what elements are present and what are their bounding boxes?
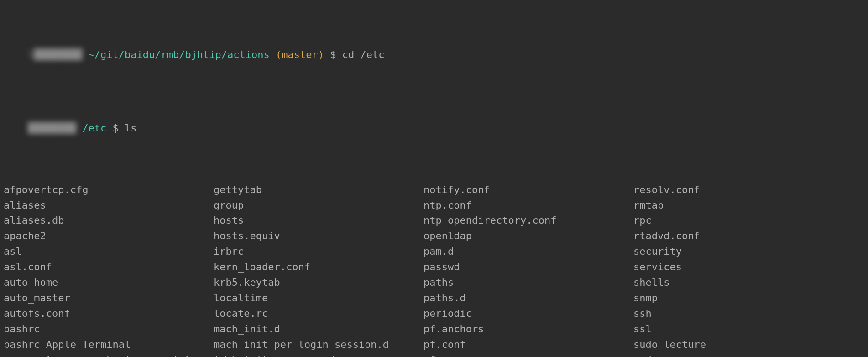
file-item: mach_init_per_login_session.d [214,337,424,352]
file-item: ntp_opendirectory.conf [424,213,633,228]
file-item: services [633,259,864,275]
file-item: com.apple.screensharing.agent.launchd [4,352,214,357]
file-item: group [214,198,424,213]
file-item: mach_init.d [214,321,424,337]
file-item: ssl [633,321,864,337]
file-item: pf.os [424,352,633,357]
path-1: ~/git/baidu/rmb/bjhtip/actions [88,49,269,60]
file-item: mach_init_per_user.d [214,352,424,357]
file-item: asl [4,244,214,259]
file-item: resolv.conf [633,182,864,198]
prompt-line-1: l████████ ~/git/baidu/rmb/bjhtip/actions… [4,33,864,77]
file-item: paths [424,275,633,290]
file-item: sudo_lecture [633,337,864,352]
terminal-output: l████████ ~/git/baidu/rmb/bjhtip/actions… [4,4,864,357]
file-item: notify.conf [424,182,633,198]
file-item: ntp.conf [424,198,633,213]
file-item: pf.anchors [424,321,633,337]
file-item: rpc [633,213,864,228]
file-item: auto_home [4,275,214,290]
user-host-1: l████████ [28,49,82,60]
file-item: apache2 [4,228,214,244]
file-item: hosts [214,213,424,228]
file-item: periodic [424,306,633,321]
prompt-symbol-1: $ [330,49,336,60]
prompt-line-2: ████████ /etc $ ls [4,106,864,150]
file-item: localtime [214,290,424,306]
file-item: pam.d [424,244,633,259]
file-item: paths.d [424,290,633,306]
file-item: security [633,244,864,259]
file-item: auto_master [4,290,214,306]
file-item: ssh [633,306,864,321]
file-item: afpovertcp.cfg [4,182,214,198]
file-item: passwd [424,259,633,275]
file-item: sudoers [633,352,864,357]
user-host-2: ████████ [28,122,76,134]
file-item: bashrc_Apple_Terminal [4,337,214,352]
ls-output: afpovertcp.cfgaliasesaliases.dbapache2as… [4,182,864,357]
file-item: rmtab [633,198,864,213]
file-item: gettytab [214,182,424,198]
command-2: ls [125,122,137,134]
file-item: pf.conf [424,337,633,352]
file-item: aliases.db [4,213,214,228]
file-item: shells [633,275,864,290]
command-1: cd /etc [342,49,385,60]
file-item: openldap [424,228,633,244]
file-item: irbrc [214,244,424,259]
prompt-symbol-2: $ [112,122,118,134]
file-item: hosts.equiv [214,228,424,244]
file-item: locate.rc [214,306,424,321]
file-item: snmp [633,290,864,306]
file-item: aliases [4,198,214,213]
path-2: /etc [82,122,106,134]
file-item: bashrc [4,321,214,337]
file-item: krb5.keytab [214,275,424,290]
git-branch: (master) [276,49,324,60]
file-item: asl.conf [4,259,214,275]
file-item: kern_loader.conf [214,259,424,275]
file-item: autofs.conf [4,306,214,321]
file-item: rtadvd.conf [633,228,864,244]
